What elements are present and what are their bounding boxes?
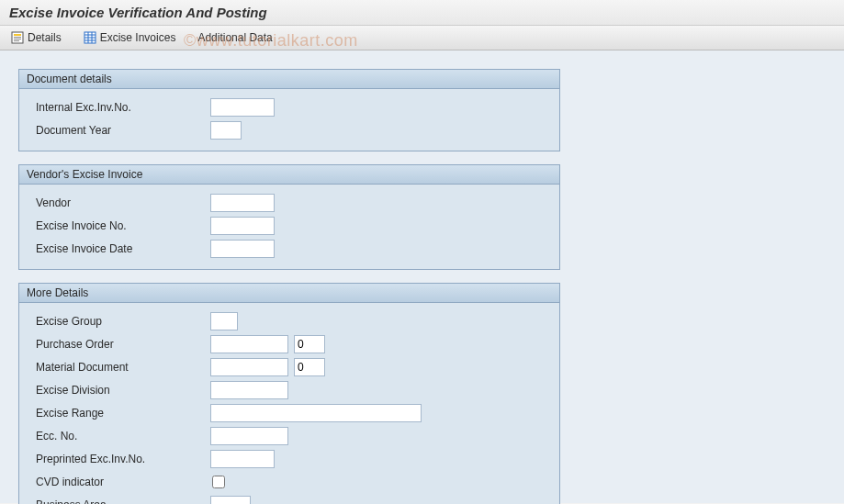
input-vendor[interactable] bbox=[210, 194, 275, 212]
field-row: CVD indicator bbox=[36, 472, 550, 492]
additional-data-button[interactable]: Additional Data bbox=[192, 29, 277, 46]
field-row: Material Document bbox=[36, 357, 550, 377]
input-mat-doc[interactable] bbox=[210, 358, 288, 376]
input-biz-area[interactable] bbox=[210, 496, 251, 504]
group-header-vendor: Vendor's Excise Invoice bbox=[19, 165, 559, 185]
input-mat-item[interactable] bbox=[294, 358, 325, 376]
details-button[interactable]: Details bbox=[6, 29, 67, 46]
input-division[interactable] bbox=[210, 381, 288, 399]
page-title: Excise Invoice Verification And Posting bbox=[9, 5, 835, 20]
invoices-label: Excise Invoices bbox=[100, 31, 176, 44]
field-row: Internal Exc.Inv.No. bbox=[36, 97, 550, 118]
input-po[interactable] bbox=[210, 335, 288, 353]
invoices-icon bbox=[84, 31, 96, 44]
label-internal-no: Internal Exc.Inv.No. bbox=[36, 101, 210, 114]
field-row: Excise Invoice Date bbox=[36, 239, 550, 259]
field-row: Excise Group bbox=[36, 311, 550, 331]
label-po: Purchase Order bbox=[36, 338, 210, 351]
input-po-item[interactable] bbox=[294, 335, 325, 353]
field-row: Document Year bbox=[36, 120, 550, 140]
label-preprinted: Preprinted Exc.Inv.No. bbox=[36, 453, 210, 465]
field-row: Excise Range bbox=[36, 403, 550, 423]
input-doc-year[interactable] bbox=[210, 121, 242, 140]
label-biz-area: Business Area bbox=[36, 498, 210, 504]
title-bar: Excise Invoice Verification And Posting bbox=[0, 0, 844, 26]
details-label: Details bbox=[28, 31, 62, 44]
field-row: Ecc. No. bbox=[36, 426, 550, 446]
details-icon bbox=[11, 31, 24, 44]
label-range: Excise Range bbox=[36, 407, 210, 420]
label-excise-no: Excise Invoice No. bbox=[36, 219, 210, 232]
label-doc-year: Document Year bbox=[36, 124, 210, 137]
input-excise-date[interactable] bbox=[210, 240, 275, 258]
group-body-vendor: Vendor Excise Invoice No. Excise Invoice… bbox=[19, 185, 559, 269]
input-excise-group[interactable] bbox=[210, 312, 238, 330]
input-ecc[interactable] bbox=[210, 427, 288, 445]
group-body-more: Excise Group Purchase Order Material Doc… bbox=[19, 303, 559, 504]
content-area: Document details Internal Exc.Inv.No. Do… bbox=[0, 50, 844, 503]
svg-rect-4 bbox=[14, 40, 19, 41]
input-internal-no[interactable] bbox=[210, 98, 275, 117]
group-document-details: Document details Internal Exc.Inv.No. Do… bbox=[18, 69, 560, 151]
input-excise-no[interactable] bbox=[210, 217, 275, 235]
field-row: Excise Division bbox=[36, 380, 550, 400]
svg-rect-2 bbox=[14, 37, 21, 38]
excise-invoices-button[interactable]: Excise Invoices bbox=[78, 29, 182, 46]
group-body-doc: Internal Exc.Inv.No. Document Year bbox=[19, 89, 559, 151]
additional-label: Additional Data bbox=[197, 31, 272, 44]
field-row: Business Area bbox=[36, 495, 550, 504]
label-excise-group: Excise Group bbox=[36, 315, 210, 328]
svg-rect-3 bbox=[14, 39, 21, 39]
label-cvd: CVD indicator bbox=[36, 476, 210, 488]
input-range[interactable] bbox=[210, 404, 422, 422]
label-excise-date: Excise Invoice Date bbox=[36, 242, 210, 255]
field-row: Purchase Order bbox=[36, 334, 550, 354]
svg-rect-1 bbox=[14, 34, 21, 36]
group-more-details: More Details Excise Group Purchase Order… bbox=[18, 283, 560, 504]
input-preprinted[interactable] bbox=[210, 450, 275, 468]
label-vendor: Vendor bbox=[36, 196, 210, 209]
group-header-doc: Document details bbox=[19, 70, 559, 89]
field-row: Excise Invoice No. bbox=[36, 216, 550, 236]
group-header-more: More Details bbox=[19, 284, 559, 303]
checkbox-cvd[interactable] bbox=[212, 476, 225, 488]
label-mat-doc: Material Document bbox=[36, 361, 210, 374]
group-vendor-invoice: Vendor's Excise Invoice Vendor Excise In… bbox=[18, 164, 560, 270]
label-ecc: Ecc. No. bbox=[36, 430, 210, 442]
label-division: Excise Division bbox=[36, 384, 210, 397]
toolbar: Details Excise Invoices Additional Data bbox=[0, 26, 844, 50]
field-row: Preprinted Exc.Inv.No. bbox=[36, 449, 550, 469]
field-row: Vendor bbox=[36, 193, 550, 213]
